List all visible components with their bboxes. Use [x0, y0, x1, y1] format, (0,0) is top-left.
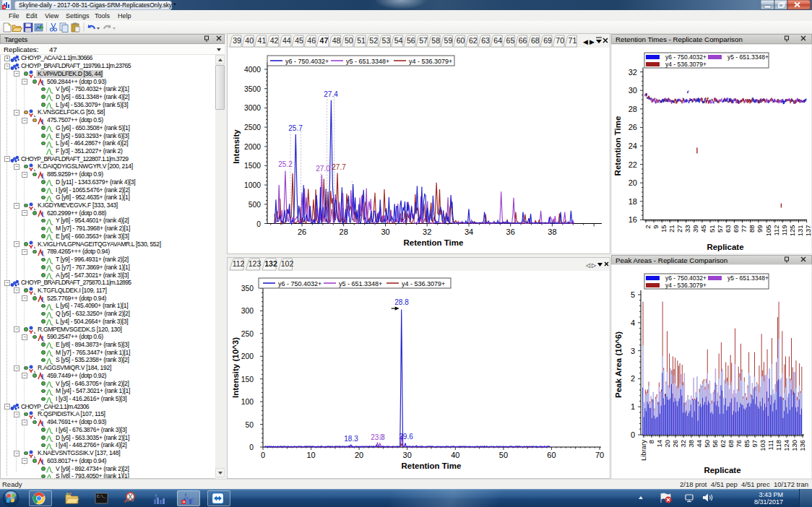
svg-text:3500: 3500: [244, 85, 261, 93]
svg-text:350: 350: [241, 285, 254, 292]
svg-text:1: 1: [631, 402, 635, 411]
svg-text:102: 102: [281, 259, 294, 268]
svg-text:20: 20: [663, 440, 671, 448]
svg-text:32: 32: [679, 440, 687, 448]
svg-text:C:\_: C:\_: [97, 495, 106, 499]
svg-text:50: 50: [703, 440, 711, 448]
svg-text:y5 - 651.3348+: y5 - 651.3348+: [727, 53, 769, 61]
svg-text:27: 27: [675, 225, 683, 233]
svg-text:39: 39: [691, 225, 699, 233]
svg-text:y6 - 750.4032+: y6 - 750.4032+: [285, 58, 329, 65]
svg-text:97: 97: [751, 440, 759, 448]
svg-text:77: 77: [740, 225, 748, 233]
svg-text:28: 28: [629, 105, 637, 113]
svg-text:57: 57: [716, 225, 724, 233]
svg-text:0: 0: [379, 433, 384, 441]
svg-text:y5 - 651.3348+: y5 - 651.3348+: [339, 280, 382, 287]
svg-text:56: 56: [711, 440, 719, 448]
svg-text:63: 63: [724, 225, 732, 233]
svg-text:57: 57: [419, 36, 428, 45]
svg-text:y6 - 750.4032+: y6 - 750.4032+: [665, 274, 707, 282]
svg-text:26: 26: [671, 440, 679, 448]
svg-text:111: 111: [766, 440, 774, 450]
svg-text:118: 118: [774, 440, 782, 451]
svg-text:66: 66: [519, 36, 527, 45]
svg-text:30: 30: [403, 451, 412, 459]
svg-text:44: 44: [282, 36, 291, 45]
svg-text:58: 58: [431, 36, 440, 45]
svg-text:38: 38: [548, 228, 556, 236]
svg-text:25.7: 25.7: [288, 124, 303, 132]
svg-text:1500: 1500: [244, 162, 261, 170]
svg-text:21: 21: [668, 225, 675, 233]
svg-text:64: 64: [493, 36, 502, 45]
svg-text:112: 112: [233, 259, 245, 268]
svg-text:52: 52: [369, 36, 378, 45]
svg-text:41: 41: [258, 36, 267, 45]
svg-text:0: 0: [249, 443, 254, 451]
svg-text:51: 51: [708, 225, 716, 233]
svg-text:26: 26: [629, 123, 637, 131]
svg-text:30: 30: [381, 228, 389, 236]
svg-text:27.4: 27.4: [324, 90, 338, 98]
svg-text:20: 20: [629, 178, 637, 187]
svg-text:2: 2: [631, 374, 635, 383]
svg-text:46: 46: [307, 36, 316, 45]
svg-text:68: 68: [727, 440, 735, 448]
svg-text:▷: ▷: [592, 262, 597, 269]
svg-text:59: 59: [444, 36, 453, 45]
svg-text:y6 - 750.4032+: y6 - 750.4032+: [665, 53, 707, 61]
svg-text:1000: 1000: [244, 181, 261, 189]
svg-text:4000: 4000: [244, 66, 261, 74]
svg-text:y5 - 651.3348+: y5 - 651.3348+: [346, 58, 389, 65]
svg-text:29.6: 29.6: [399, 433, 413, 441]
svg-text:150: 150: [241, 376, 254, 384]
svg-text:136: 136: [798, 440, 806, 451]
svg-text:119: 119: [780, 225, 788, 235]
svg-text:25.2: 25.2: [278, 160, 293, 168]
svg-text:8: 8: [647, 440, 655, 443]
svg-text:65: 65: [506, 36, 515, 45]
svg-text:y6 - 750.4032+: y6 - 750.4032+: [278, 280, 321, 287]
svg-text:Retention Time: Retention Time: [404, 238, 464, 247]
svg-text:69: 69: [732, 225, 740, 233]
svg-text:62: 62: [469, 36, 478, 45]
svg-text:26: 26: [298, 228, 306, 236]
svg-text:105: 105: [764, 225, 772, 236]
svg-text:2000: 2000: [244, 143, 261, 151]
svg-text:50: 50: [246, 421, 254, 429]
svg-text:50: 50: [345, 36, 353, 45]
svg-text:3: 3: [631, 347, 635, 355]
svg-text:0: 0: [256, 220, 261, 228]
svg-text:9: 9: [652, 225, 660, 228]
svg-text:100: 100: [241, 398, 254, 406]
svg-text:28: 28: [340, 228, 348, 236]
svg-text:y4 - 536.3079+: y4 - 536.3079+: [665, 61, 707, 68]
svg-text:24: 24: [629, 142, 637, 150]
svg-text:500: 500: [249, 201, 261, 209]
svg-text:60: 60: [457, 36, 465, 45]
svg-text:▶: ▶: [589, 38, 595, 46]
svg-text:10: 10: [306, 451, 315, 459]
svg-text:33: 33: [683, 225, 691, 233]
svg-text:Intensity: Intensity: [232, 129, 241, 164]
svg-text:53: 53: [382, 36, 391, 45]
svg-text:45: 45: [699, 225, 707, 233]
svg-text:44: 44: [695, 440, 703, 448]
svg-text:103: 103: [759, 440, 766, 451]
svg-text:y4 - 536.3079+: y4 - 536.3079+: [402, 280, 445, 287]
svg-text:69: 69: [543, 36, 552, 45]
svg-text:28.8: 28.8: [394, 298, 409, 306]
svg-text:70: 70: [595, 451, 604, 459]
svg-text:250: 250: [241, 330, 254, 338]
svg-text:Retention Time: Retention Time: [402, 462, 462, 470]
svg-text:137: 137: [804, 225, 812, 236]
svg-text:70: 70: [556, 36, 564, 45]
svg-text:15: 15: [660, 225, 668, 233]
svg-text:Replicate: Replicate: [704, 466, 740, 474]
svg-text:42: 42: [270, 36, 279, 45]
svg-text:125: 125: [788, 225, 796, 236]
svg-text:Intensity (10^3): Intensity (10^3): [231, 337, 240, 398]
svg-text:0: 0: [631, 430, 635, 439]
svg-text:14: 14: [655, 440, 663, 448]
